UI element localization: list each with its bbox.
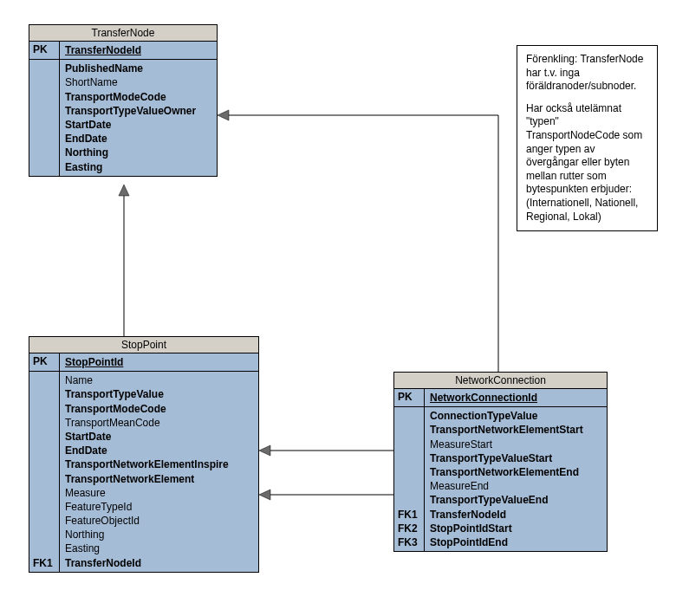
entity-title: StopPoint [29,337,258,353]
attr: Measure [65,486,253,500]
attr: StartDate [65,430,253,444]
note-paragraph: Förenkling: TransferNode har t.v. inga f… [526,53,648,94]
attr: TransportModeCode [65,402,253,416]
attr: StopPointIdStart [430,522,601,535]
entity-pk-row: PK NetworkConnectionId [394,389,607,407]
attr: Northing [65,146,211,159]
entity-pk-row: PK TransferNodeId [29,42,217,60]
arrowhead-icon [119,185,129,196]
attr: ShortName [65,75,211,89]
attr: TransportTypeValue [65,387,253,401]
attr: MeasureEnd [430,479,601,493]
fk-col: FK1 FK2 FK3 [394,407,425,551]
entity-title: TransferNode [29,25,217,42]
pk-label: PK [29,353,60,371]
entity-stop-point: StopPoint PK StopPointId FK1 Name Transp… [29,336,259,573]
attr: StartDate [65,118,211,132]
fk-col: FK1 [29,372,60,572]
entity-network-connection: NetworkConnection PK NetworkConnectionId… [393,372,608,552]
note-paragraph: Har också utelämnat "typen" TransportNod… [526,102,648,224]
attr: EndDate [65,444,253,457]
entity-attrs: FK1 FK2 FK3 ConnectionTypeValue Transpor… [394,407,607,551]
attr: ConnectionTypeValue [430,409,601,423]
attr: FeatureObjectId [65,514,253,528]
arrowhead-icon [259,490,270,500]
pk-name: StopPointId [65,355,253,369]
attr: Name [65,373,253,387]
attr: MeasureStart [430,438,601,451]
attr: TransportModeCode [65,90,211,104]
fk-col [29,60,60,176]
entity-transfer-node: TransferNode PK TransferNodeId Published… [29,24,218,177]
attr: TransportMeanCode [65,416,253,430]
attr: TransferNodeId [430,508,601,522]
attr: PublishedName [65,62,211,75]
pk-name: TransferNodeId [65,43,211,57]
attr: Northing [65,528,253,541]
entity-pk-row: PK StopPointId [29,353,258,372]
attr: TransportTypeValueStart [430,451,601,465]
attr: TransportNetworkElement [65,472,253,486]
arrowhead-icon [218,110,229,120]
attr: TransportNetworkElementStart [430,423,601,437]
attr: Easting [65,541,253,555]
entity-title: NetworkConnection [394,373,607,389]
attr: EndDate [65,132,211,146]
pk-label: PK [394,389,425,406]
entity-attrs: FK1 Name TransportTypeValue TransportMod… [29,372,258,572]
attr: TransportTypeValueOwner [65,104,211,118]
arrowhead-icon [259,445,270,456]
attr: Easting [65,160,211,174]
attr: TransferNodeId [65,556,253,570]
attr: StopPointIdEnd [430,535,601,549]
attr: TransportTypeValueEnd [430,493,601,507]
pk-label: PK [29,42,60,59]
attr: TransportNetworkElementEnd [430,465,601,479]
entity-attrs: PublishedName ShortName TransportModeCod… [29,60,217,176]
attr: TransportNetworkElementInspire [65,457,253,471]
pk-name: NetworkConnectionId [430,391,601,405]
attr: FeatureTypeId [65,500,253,514]
note-box: Förenkling: TransferNode har t.v. inga f… [517,45,658,231]
